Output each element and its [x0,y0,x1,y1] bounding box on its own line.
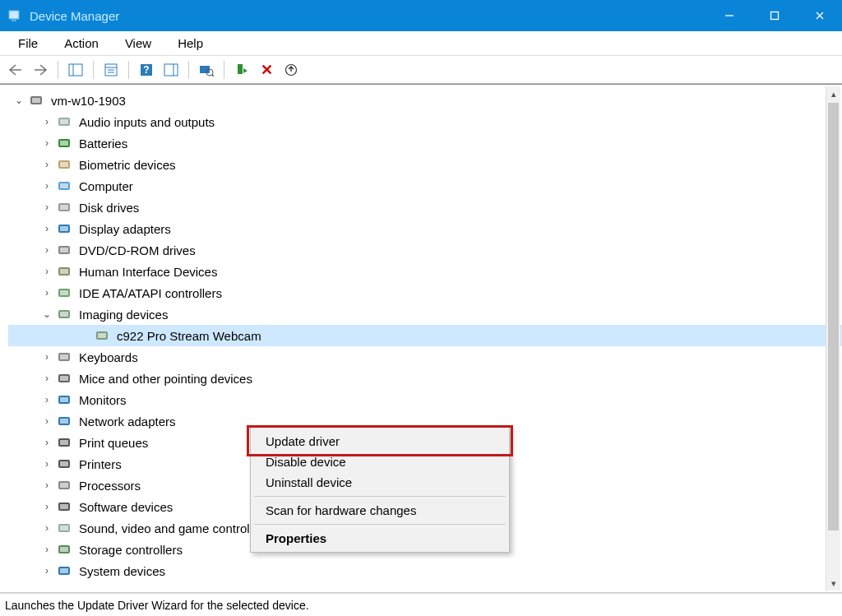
chevron-right-icon[interactable]: › [41,437,53,448]
context-menu-item[interactable]: Properties [251,528,509,549]
tree-category-label: Imaging devices [79,308,168,322]
chevron-down-icon[interactable]: ⌄ [41,308,53,320]
tree-category[interactable]: › Biometric devices [8,154,842,175]
tree-category[interactable]: › Audio inputs and outputs [8,111,842,132]
scroll-down-icon[interactable]: ▾ [826,576,840,591]
tree-category[interactable]: › Batteries [8,132,842,154]
toolbar-separator [188,61,189,79]
chevron-right-icon[interactable]: › [41,244,53,256]
monitor-tower-icon [56,178,72,194]
chevron-right-icon[interactable]: › [41,415,53,427]
storage-icon [56,541,72,558]
chevron-right-icon[interactable]: › [41,394,53,405]
chevron-right-icon[interactable]: › [41,116,53,127]
menu-view[interactable]: View [112,33,164,53]
tree-category[interactable]: › IDE ATA/ATAPI controllers [8,282,842,303]
help-button[interactable]: ? [136,59,157,81]
chevron-right-icon[interactable]: › [41,201,53,213]
svg-rect-42 [60,312,68,317]
chevron-right-icon[interactable]: › [41,501,53,512]
minimize-button[interactable] [706,0,752,31]
back-button[interactable] [5,59,26,81]
window-controls [706,0,842,31]
tree-root[interactable]: ⌄ vm-w10-1903 [8,90,842,111]
tree-category[interactable]: › System devices [8,560,842,581]
svg-rect-22 [32,98,40,103]
battery-icon [56,135,72,151]
chevron-right-icon[interactable]: › [41,522,53,534]
show-hide-console-tree-button[interactable] [65,59,86,81]
close-button[interactable] [797,0,842,31]
chevron-right-icon[interactable]: › [41,351,53,363]
webcam-icon [94,327,110,344]
svg-rect-50 [60,397,68,402]
tree-category-label: Batteries [79,137,127,151]
app-icon [7,8,21,23]
tree-category[interactable]: ⌄ Imaging devices [8,303,842,325]
chevron-right-icon[interactable]: › [41,159,53,170]
menu-action[interactable]: Action [51,33,112,53]
svg-rect-36 [60,248,68,252]
toolbar-separator [224,61,224,79]
sound-icon [56,520,72,536]
chevron-right-icon[interactable]: › [41,180,53,192]
chevron-right-icon[interactable]: › [41,287,53,299]
properties-button[interactable] [100,59,122,81]
enable-device-button[interactable] [231,59,252,81]
tree-category[interactable]: › DVD/CD-ROM drives [8,239,842,261]
scan-hardware-button[interactable] [196,59,217,81]
tree-device[interactable]: c922 Pro Stream Webcam [8,325,842,346]
scroll-thumb[interactable] [828,103,839,530]
action-pane-button[interactable] [160,59,182,81]
menu-help[interactable]: Help [164,33,216,53]
chevron-down-icon[interactable]: ⌄ [13,95,25,106]
tree-category-label: Mice and other pointing devices [79,372,252,386]
tree-category[interactable]: › Computer [8,175,842,197]
context-menu-item[interactable]: Scan for hardware changes [251,500,509,521]
maximize-button[interactable] [752,0,797,31]
tree-category-label: Print queues [79,436,148,450]
window-title: Device Manager [30,9,119,23]
tree-category[interactable]: › Human Interface Devices [8,261,842,282]
cpu-icon [56,477,72,493]
software-icon [56,498,72,515]
chevron-right-icon[interactable]: › [41,223,53,234]
scroll-up-icon[interactable]: ▴ [826,86,840,101]
chevron-right-icon[interactable]: › [41,544,53,555]
svg-rect-38 [60,269,68,274]
uninstall-device-button[interactable]: ✕ [256,59,277,81]
tree-category-label: IDE ATA/ATAPI controllers [79,286,222,300]
svg-rect-34 [60,226,68,231]
chevron-right-icon[interactable]: › [41,137,53,149]
display-icon [56,220,72,237]
cdrom-icon [56,242,72,258]
speaker-icon [56,113,72,130]
svg-text:?: ? [143,64,149,76]
camera-icon [56,306,72,322]
update-driver-button[interactable] [280,59,302,81]
context-menu-item[interactable]: Uninstall device [251,472,509,493]
tree-category-label: System devices [79,564,165,578]
tree-category[interactable]: › Monitors [8,389,842,410]
tree-category[interactable]: › Keyboards [8,346,842,368]
vertical-scrollbar[interactable]: ▴ ▾ [826,86,840,591]
tree-category-label: Sound, video and game controllers [79,521,270,535]
chevron-right-icon[interactable]: › [41,266,53,277]
context-menu: Update driverDisable deviceUninstall dev… [250,427,510,553]
context-menu-item[interactable]: Update driver [251,431,509,452]
forward-button[interactable] [30,59,51,81]
tree-category[interactable]: › Display adapters [8,218,842,239]
chevron-right-icon[interactable]: › [41,479,53,491]
tree-category[interactable]: › Mice and other pointing devices [8,368,842,389]
chevron-right-icon[interactable]: › [41,373,53,384]
menu-file[interactable]: File [5,33,51,53]
tree-category[interactable]: › Disk drives [8,197,842,218]
svg-line-18 [212,75,214,76]
tree-category-label: Human Interface Devices [79,265,217,279]
chevron-right-icon[interactable]: › [41,565,53,577]
context-menu-separator [254,524,506,525]
harddrive-icon [56,199,72,215]
svg-rect-19 [238,64,243,74]
chevron-right-icon[interactable]: › [41,458,53,470]
context-menu-item[interactable]: Disable device [251,452,509,472]
